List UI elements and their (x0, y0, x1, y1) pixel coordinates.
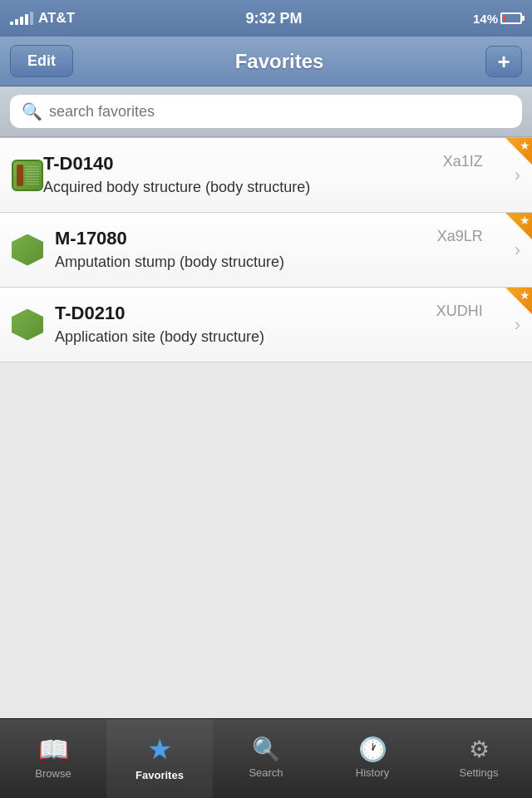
tab-favorites[interactable]: ★ Favorites (106, 719, 213, 798)
settings-icon: ⚙ (469, 736, 490, 763)
add-button[interactable]: + (485, 46, 522, 77)
item-code-row-1: T-D0140 Xa1IZ (43, 153, 508, 175)
history-icon: 🕐 (358, 736, 387, 763)
search-icon: 🔍 (22, 101, 42, 121)
battery-container: 14% (473, 12, 522, 26)
nav-bar: Edit Favorites + (0, 37, 532, 86)
tab-settings-label: Settings (460, 766, 499, 779)
item-shortcode-2: Xa9LR (437, 228, 483, 245)
battery-fill (503, 15, 505, 22)
star-badge-2 (505, 213, 532, 239)
item-content-1: T-D0140 Xa1IZ Acquired body structure (b… (43, 153, 508, 197)
item-icon-hex-3 (12, 309, 43, 341)
main-content: 🔍 T-D0140 Xa1IZ Acquired body structure … (0, 86, 532, 718)
signal-bar-4 (25, 14, 28, 25)
tab-history-label: History (356, 766, 389, 779)
item-icon-book (12, 160, 43, 191)
item-description-2: Amputation stump (body structure) (55, 254, 284, 270)
tab-search[interactable]: 🔍 Search (213, 719, 319, 798)
tab-settings[interactable]: ⚙ Settings (426, 719, 532, 798)
item-code-row-3: T-D0210 XUDHI (55, 303, 508, 324)
list-container: T-D0140 Xa1IZ Acquired body structure (b… (0, 137, 532, 362)
item-description-3: Application site (body structure) (55, 328, 264, 345)
chevron-icon-1: › (515, 165, 520, 186)
chevron-icon-3: › (515, 314, 520, 336)
item-shortcode-1: Xa1IZ (443, 153, 483, 170)
battery-icon (500, 12, 522, 24)
search-tab-icon: 🔍 (252, 736, 281, 763)
signal-bar-5 (30, 12, 33, 25)
edit-button[interactable]: Edit (10, 45, 73, 77)
favorites-icon: ★ (147, 732, 172, 766)
star-badge-1 (505, 138, 532, 165)
chevron-icon-2: › (515, 239, 520, 261)
signal-bar-2 (15, 19, 18, 25)
search-input[interactable] (49, 103, 510, 121)
signal-bars (10, 12, 33, 25)
status-time: 9:32 PM (246, 10, 303, 27)
item-code-1: T-D0140 (43, 153, 113, 175)
search-input-wrapper: 🔍 (10, 95, 522, 128)
carrier-label: AT&T (38, 10, 75, 27)
signal-bar-1 (10, 22, 13, 25)
item-content-2: M-17080 Xa9LR Amputation stump (body str… (55, 228, 508, 272)
list-item[interactable]: M-17080 Xa9LR Amputation stump (body str… (0, 213, 532, 288)
item-code-2: M-17080 (55, 228, 127, 249)
tab-browse[interactable]: 📖 Browse (0, 719, 106, 798)
tab-favorites-label: Favorites (135, 769, 184, 781)
nav-title: Favorites (235, 50, 324, 73)
item-shortcode-3: XUDHI (436, 303, 483, 320)
signal-bar-3 (20, 17, 23, 25)
tab-browse-label: Browse (35, 767, 71, 780)
tab-bar: 📖 Browse ★ Favorites 🔍 Search 🕐 History … (0, 718, 532, 798)
list-item[interactable]: T-D0140 Xa1IZ Acquired body structure (b… (0, 138, 532, 213)
list-item[interactable]: T-D0210 XUDHI Application site (body str… (0, 288, 532, 362)
item-content-3: T-D0210 XUDHI Application site (body str… (55, 303, 508, 347)
battery-percent: 14% (473, 12, 498, 26)
tab-history[interactable]: 🕐 History (319, 719, 426, 798)
item-code-3: T-D0210 (55, 303, 125, 324)
item-icon-hex-2 (12, 234, 43, 266)
item-description-1: Acquired body structure (body structure) (43, 179, 310, 195)
status-bar: AT&T 9:32 PM 14% (0, 0, 532, 37)
star-badge-3 (505, 288, 532, 314)
search-bar-container: 🔍 (0, 86, 532, 137)
status-left: AT&T (10, 10, 75, 27)
tab-search-label: Search (249, 766, 283, 779)
browse-icon: 📖 (38, 735, 69, 764)
item-code-row-2: M-17080 Xa9LR (55, 228, 508, 249)
